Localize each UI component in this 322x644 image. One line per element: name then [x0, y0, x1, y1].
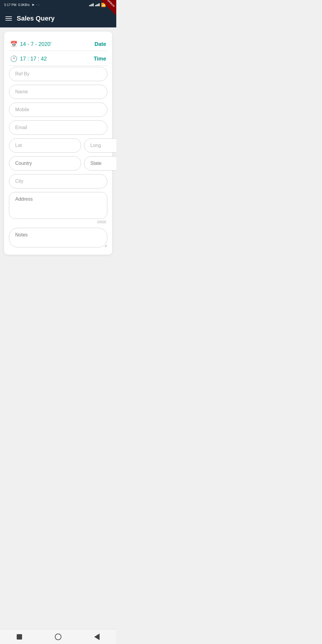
date-display: 📅 14 - 7 - 2020': [10, 41, 52, 48]
app-title: Sales Query: [17, 15, 55, 22]
date-row[interactable]: 📅 14 - 7 - 2020' Date: [9, 38, 107, 51]
speed-display: 0.0KB/s: [18, 3, 30, 7]
signal-1: [89, 3, 94, 6]
city-input[interactable]: [9, 174, 107, 188]
signal-2: [95, 3, 100, 6]
menu-button[interactable]: [5, 16, 12, 21]
send-icon: ➤: [32, 3, 35, 7]
time-label: Time: [94, 56, 106, 62]
form-card: 📅 14 - 7 - 2020' Date 🕐 17 : 17 : 42 Tim…: [4, 32, 112, 255]
time-display: 5:17 PM: [4, 3, 16, 7]
date-value: 14 - 7 - 2020': [20, 41, 52, 47]
name-input[interactable]: [9, 85, 107, 99]
clock-icon: 🕐: [10, 55, 18, 62]
more-icon: ···: [36, 3, 41, 7]
hamburger-line-2: [5, 18, 12, 19]
time-value: 17 : 17 : 42: [20, 56, 47, 62]
hamburger-line-3: [5, 20, 12, 21]
address-input[interactable]: [9, 192, 107, 219]
country-state-row: [9, 156, 107, 171]
status-bar: 5:17 PM 0.0KB/s ➤ ··· 📶 🔋 DEBUG: [0, 0, 116, 10]
main-content: 📅 14 - 7 - 2020' Date 🕐 17 : 17 : 42 Tim…: [0, 27, 116, 259]
char-count: 0/500: [9, 220, 107, 224]
time-row[interactable]: 🕐 17 : 17 : 42 Time: [9, 52, 107, 66]
date-label: Date: [95, 41, 106, 47]
hamburger-line-1: [5, 16, 12, 17]
mobile-input[interactable]: [9, 103, 107, 117]
state-input[interactable]: [84, 156, 116, 171]
country-input[interactable]: [9, 156, 81, 171]
address-wrapper: [9, 192, 107, 219]
ref-by-input[interactable]: [9, 67, 107, 81]
lat-long-row: 📍: [9, 138, 107, 153]
time-display: 🕐 17 : 17 : 42: [10, 55, 47, 62]
notes-input[interactable]: [9, 228, 107, 247]
app-bar: Sales Query: [0, 10, 116, 27]
status-left: 5:17 PM 0.0KB/s ➤ ···: [4, 3, 41, 7]
long-input[interactable]: [84, 138, 116, 153]
lat-input[interactable]: [9, 138, 81, 153]
debug-badge: DEBUG: [101, 0, 116, 16]
calendar-icon: 📅: [10, 41, 18, 48]
email-input[interactable]: [9, 120, 107, 135]
